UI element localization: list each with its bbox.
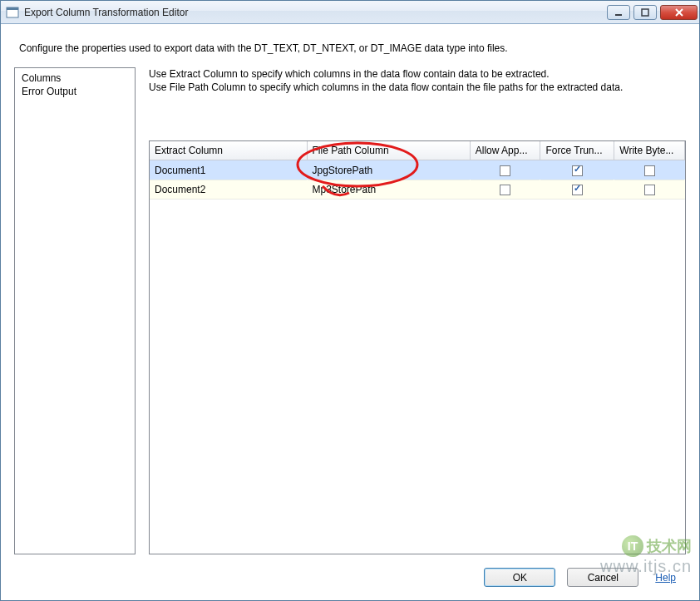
grid-row[interactable]: Document1 JpgStorePath bbox=[150, 160, 685, 180]
cell-force[interactable] bbox=[540, 180, 614, 199]
checkbox-allow[interactable] bbox=[500, 185, 510, 195]
checkbox-force[interactable] bbox=[572, 185, 583, 195]
ok-button[interactable]: OK bbox=[484, 568, 555, 587]
checkbox-allow[interactable] bbox=[500, 165, 510, 176]
cell-extract[interactable]: Document2 bbox=[150, 180, 307, 199]
grid-panel: Extract Column File Path Column Allow Ap… bbox=[149, 140, 686, 554]
cell-extract[interactable]: Document1 bbox=[150, 160, 307, 180]
window-title: Export Column Transformation Editor bbox=[24, 7, 602, 18]
close-button[interactable] bbox=[660, 5, 698, 20]
cell-allow[interactable] bbox=[470, 180, 540, 199]
instructions: Use Extract Column to specify which colu… bbox=[149, 67, 686, 94]
col-header-filepath[interactable]: File Path Column bbox=[307, 141, 470, 160]
checkbox-write[interactable] bbox=[644, 185, 655, 195]
cell-write[interactable] bbox=[614, 180, 685, 199]
cell-filepath[interactable]: Mp3StorePath bbox=[307, 180, 470, 199]
svg-rect-1 bbox=[7, 7, 18, 10]
columns-grid[interactable]: Extract Column File Path Column Allow Ap… bbox=[150, 141, 685, 200]
minimize-button[interactable] bbox=[607, 5, 630, 20]
col-header-extract[interactable]: Extract Column bbox=[150, 141, 307, 160]
app-icon bbox=[6, 6, 19, 19]
checkbox-force[interactable] bbox=[572, 165, 583, 176]
main-body: Columns Error Output Use Extract Column … bbox=[1, 67, 699, 561]
col-header-write[interactable]: Write Byte... bbox=[614, 141, 685, 160]
cancel-button[interactable]: Cancel bbox=[567, 568, 638, 587]
col-header-force[interactable]: Force Trun... bbox=[540, 141, 614, 160]
description-text: Configure the properties used to export … bbox=[1, 24, 699, 67]
cell-write[interactable] bbox=[614, 160, 685, 180]
cell-allow[interactable] bbox=[470, 160, 540, 180]
dialog-window: Export Column Transformation Editor Conf… bbox=[0, 0, 700, 601]
sidebar-item-columns[interactable]: Columns bbox=[15, 71, 135, 85]
maximize-button[interactable] bbox=[633, 5, 657, 20]
sidebar-item-error-output[interactable]: Error Output bbox=[15, 85, 135, 98]
col-header-allow[interactable]: Allow App... bbox=[470, 141, 540, 160]
help-link[interactable]: Help bbox=[650, 572, 681, 584]
cell-force[interactable] bbox=[540, 160, 614, 180]
titlebar: Export Column Transformation Editor bbox=[1, 1, 699, 24]
right-panel: Use Extract Column to specify which colu… bbox=[149, 67, 686, 554]
window-buttons bbox=[607, 5, 698, 20]
checkbox-write[interactable] bbox=[644, 165, 655, 176]
grid-header-row: Extract Column File Path Column Allow Ap… bbox=[150, 141, 685, 160]
dialog-buttons: OK Cancel Help bbox=[1, 561, 699, 600]
cell-filepath[interactable]: JpgStorePath bbox=[307, 160, 470, 180]
grid-row[interactable]: Document2 Mp3StorePath bbox=[150, 180, 685, 199]
instruction-line-1: Use Extract Column to specify which colu… bbox=[149, 67, 686, 81]
svg-rect-3 bbox=[642, 9, 648, 16]
sidebar: Columns Error Output bbox=[14, 67, 136, 554]
instruction-line-2: Use File Path Column to specify which co… bbox=[149, 81, 686, 94]
